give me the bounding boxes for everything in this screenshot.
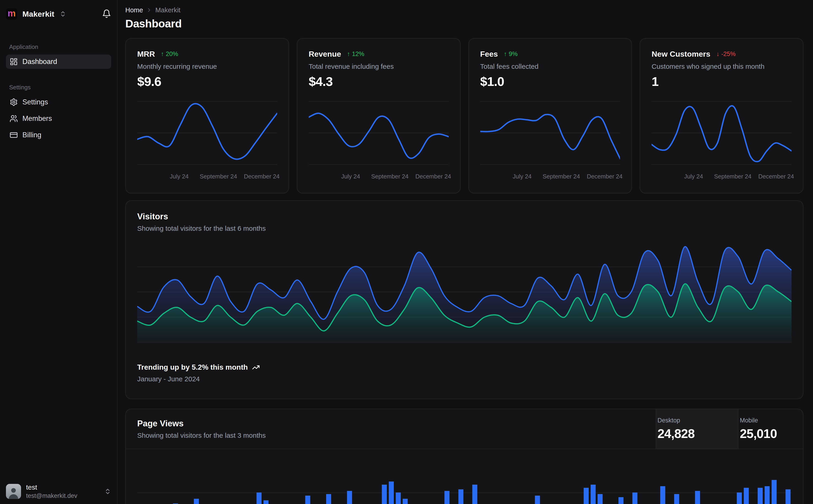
mrr-sparkline-chart bbox=[137, 98, 277, 167]
sidebar-item-dashboard[interactable]: Dashboard bbox=[6, 55, 111, 69]
visitors-card: Visitors Showing total visitors for the … bbox=[125, 200, 803, 399]
sidebar-item-settings[interactable]: Settings bbox=[6, 95, 111, 109]
stat-card-mrr: MRR ↑20% Monthly recurring revenue $9.6 … bbox=[125, 38, 289, 194]
sidebar-item-label: Members bbox=[22, 114, 52, 123]
breadcrumb: Home Makerkit bbox=[125, 6, 803, 14]
credit-card-icon bbox=[10, 131, 18, 139]
user-email: test@makerkit.dev bbox=[26, 492, 99, 499]
stat-description: Customers who signed up this month bbox=[652, 63, 792, 70]
visitors-area-chart bbox=[137, 241, 792, 342]
stat-description: Monthly recurring revenue bbox=[137, 63, 277, 70]
sidebar-nav-application: Dashboard bbox=[6, 55, 111, 69]
stat-card-new-customers: New Customers ↓-25% Customers who signed… bbox=[640, 38, 803, 194]
visitors-subtitle: Showing total visitors for the last 6 mo… bbox=[137, 225, 792, 232]
stat-value: $4.3 bbox=[309, 74, 449, 89]
sidebar-section-settings: Settings bbox=[9, 84, 111, 91]
stat-card-revenue: Revenue ↑12% Total revenue including fee… bbox=[297, 38, 461, 194]
trend-badge: ↑20% bbox=[161, 50, 178, 58]
trend-value: 20% bbox=[166, 50, 178, 58]
x-tick: December 24 bbox=[587, 173, 623, 180]
x-tick: September 24 bbox=[371, 173, 408, 180]
trend-badge: ↑12% bbox=[347, 50, 364, 58]
revenue-sparkline-chart bbox=[309, 98, 449, 167]
visitors-title: Visitors bbox=[137, 212, 792, 221]
page-views-header: Page Views Showing total visitors for th… bbox=[126, 409, 803, 449]
page-views-bar-chart bbox=[137, 453, 792, 504]
x-axis-labels: July 24 September 24 December 24 bbox=[137, 170, 277, 182]
x-tick: September 24 bbox=[199, 173, 237, 180]
makerkit-logo: m bbox=[6, 8, 17, 20]
x-tick: December 24 bbox=[415, 173, 451, 180]
arrow-up-icon: ↑ bbox=[347, 50, 350, 58]
arrow-down-icon: ↓ bbox=[716, 50, 720, 58]
trend-value: 12% bbox=[352, 50, 364, 58]
bell-icon bbox=[102, 9, 111, 18]
page-views-card: Page Views Showing total visitors for th… bbox=[125, 409, 803, 504]
visitors-footer: Trending up by 5.2% this month bbox=[137, 363, 792, 371]
user-name: test bbox=[26, 483, 99, 491]
arrow-up-icon: ↑ bbox=[161, 50, 164, 58]
page-views-subtitle: Showing total visitors for the last 3 mo… bbox=[137, 432, 644, 439]
sidebar-item-label: Settings bbox=[22, 98, 48, 106]
person-silhouette-icon bbox=[7, 486, 20, 499]
user-meta: test test@makerkit.dev bbox=[26, 483, 99, 499]
chevron-right-icon bbox=[146, 7, 152, 13]
stat-value: $9.6 bbox=[137, 74, 277, 89]
fees-sparkline-chart bbox=[480, 98, 620, 167]
main-content: Home Makerkit Dashboard MRR ↑20% Monthly… bbox=[117, 0, 813, 504]
x-tick: July 24 bbox=[341, 173, 360, 180]
users-icon bbox=[10, 114, 18, 123]
chevrons-up-down-icon bbox=[104, 488, 111, 495]
user-menu[interactable]: test test@makerkit.dev bbox=[6, 483, 111, 499]
sidebar-section-application: Application bbox=[9, 43, 111, 50]
workspace-name: Makerkit bbox=[22, 10, 54, 19]
x-tick: December 24 bbox=[758, 173, 794, 180]
sidebar-header: m Makerkit bbox=[6, 6, 111, 21]
x-tick: September 24 bbox=[714, 173, 751, 180]
visitors-date-range: January - June 2024 bbox=[137, 375, 792, 383]
x-axis-labels: July 24 September 24 December 24 bbox=[480, 170, 620, 182]
sidebar-item-billing[interactable]: Billing bbox=[6, 128, 111, 142]
x-axis-labels: July 24 September 24 December 24 bbox=[652, 170, 792, 182]
stat-description: Total revenue including fees bbox=[309, 63, 449, 70]
makerkit-logo-letter: m bbox=[8, 9, 16, 18]
sidebar: m Makerkit Application Dashboard Setting… bbox=[0, 0, 117, 504]
chevrons-up-down-icon bbox=[59, 11, 66, 17]
x-tick: December 24 bbox=[244, 173, 280, 180]
visitors-trend-text: Trending up by 5.2% this month bbox=[137, 363, 248, 371]
stat-title: Revenue bbox=[309, 50, 341, 58]
trend-badge: ↑9% bbox=[504, 50, 518, 58]
toggle-desktop-value: 24,828 bbox=[658, 426, 737, 441]
workspace-switcher[interactable]: m Makerkit bbox=[6, 8, 66, 20]
toggle-mobile[interactable]: Mobile 25,010 bbox=[738, 409, 803, 449]
trend-value: 9% bbox=[509, 50, 518, 58]
sidebar-nav-settings: Settings Members Billing bbox=[6, 95, 111, 142]
toggle-mobile-value: 25,010 bbox=[740, 426, 802, 441]
notifications-button[interactable] bbox=[102, 9, 111, 19]
stat-value: 1 bbox=[652, 74, 792, 89]
stat-title: MRR bbox=[137, 50, 155, 58]
layout-grid-icon bbox=[10, 58, 18, 66]
toggle-mobile-label: Mobile bbox=[740, 417, 802, 424]
stat-title: New Customers bbox=[652, 50, 710, 58]
page-views-title: Page Views bbox=[137, 419, 644, 428]
x-tick: July 24 bbox=[170, 173, 188, 180]
x-tick: July 24 bbox=[513, 173, 531, 180]
toggle-desktop-label: Desktop bbox=[658, 417, 737, 424]
breadcrumb-home-link[interactable]: Home bbox=[125, 6, 143, 14]
sidebar-item-label: Billing bbox=[22, 131, 41, 139]
app-window: m Makerkit Application Dashboard Setting… bbox=[0, 0, 813, 504]
trend-value: -25% bbox=[721, 50, 736, 58]
toggle-desktop[interactable]: Desktop 24,828 bbox=[656, 409, 738, 449]
new-customers-sparkline-chart bbox=[652, 98, 792, 167]
x-tick: September 24 bbox=[543, 173, 580, 180]
sidebar-item-members[interactable]: Members bbox=[6, 111, 111, 126]
breadcrumb-current: Makerkit bbox=[155, 6, 180, 14]
trending-up-icon bbox=[252, 363, 260, 371]
stat-description: Total fees collected bbox=[480, 63, 620, 70]
stat-value: $1.0 bbox=[480, 74, 620, 89]
x-tick: July 24 bbox=[684, 173, 703, 180]
avatar bbox=[6, 484, 21, 499]
trend-badge: ↓-25% bbox=[716, 50, 736, 58]
stat-card-fees: Fees ↑9% Total fees collected $1.0 July … bbox=[468, 38, 632, 194]
